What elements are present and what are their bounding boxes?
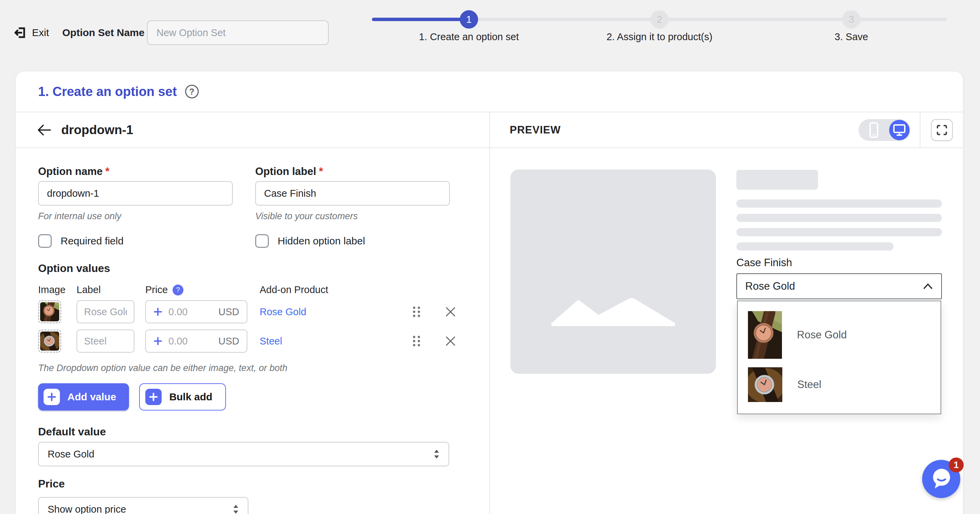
addon-product-link[interactable]: Rose Gold — [259, 306, 306, 318]
editor-subheader: dropdown-1 — [16, 112, 489, 148]
fullscreen-icon — [937, 124, 947, 135]
chevron-up-icon — [923, 283, 933, 289]
exit-button[interactable]: Exit — [14, 24, 49, 41]
mobile-preview-button[interactable] — [859, 122, 889, 138]
bulk-add-button[interactable]: Bulk add — [139, 383, 226, 411]
option-name-helper: For internal use only — [38, 211, 233, 221]
option-name-label: Option name* — [38, 165, 233, 178]
preview-header: PREVIEW — [490, 112, 963, 148]
mobile-icon — [869, 122, 878, 138]
col-label: Label — [76, 284, 145, 296]
default-value-heading: Default value — [38, 425, 106, 438]
skeleton-title-block — [737, 170, 818, 189]
rose-gold-watch-image — [40, 302, 59, 321]
skeleton-line — [737, 199, 942, 208]
plus-icon — [153, 307, 162, 316]
preview-dropdown-select[interactable]: Rose Gold — [737, 273, 942, 299]
step-label-2: 2. Assign it to product(s) — [606, 31, 712, 43]
help-icon[interactable]: ? — [185, 85, 199, 99]
card-heading: 1. Create an option set — [38, 84, 177, 99]
product-image-placeholder — [511, 170, 716, 374]
checkbox-icon — [38, 234, 52, 248]
main-card: 1. Create an option set ? dropdown-1 Opt… — [16, 72, 963, 514]
option-value-row: 0.00 USD Steel — [38, 329, 468, 353]
option-label-helper: Visible to your customers — [255, 211, 450, 221]
chat-bubble-icon — [930, 467, 953, 490]
required-asterisk: * — [105, 165, 109, 177]
option-label-input[interactable] — [255, 181, 450, 205]
option-title: dropdown-1 — [61, 123, 134, 137]
col-addon: Add-on Product — [259, 284, 468, 296]
back-button[interactable] — [37, 124, 51, 136]
option-value-row: 0.00 USD Rose Gold — [38, 300, 468, 323]
card-header: 1. Create an option set ? — [16, 72, 963, 112]
currency-label: USD — [218, 306, 239, 318]
value-label-input[interactable] — [76, 329, 134, 353]
checkbox-icon — [255, 234, 269, 248]
mountain-icon — [551, 298, 675, 326]
drag-handle-icon[interactable] — [412, 335, 421, 347]
col-image: Image — [38, 284, 76, 296]
skeleton-line — [737, 242, 894, 251]
preview-option-label: Case Finish — [737, 257, 792, 269]
editor-pane: dropdown-1 Option name* For internal use… — [16, 112, 490, 514]
option-label-field: Option label* Visible to your customers — [255, 165, 450, 221]
option-values-note: The Dropdown option value can be either … — [38, 363, 287, 373]
back-arrow-icon — [37, 124, 51, 136]
stepper-progress — [372, 18, 469, 21]
price-display-select[interactable]: Show option price — [38, 497, 248, 514]
step-circle-3[interactable]: 3 — [842, 10, 861, 29]
currency-label: USD — [218, 336, 239, 347]
step-circle-1[interactable]: 1 — [460, 10, 478, 29]
col-price: Price — [145, 284, 168, 296]
device-toggle — [859, 119, 910, 141]
updown-arrows-icon — [434, 449, 440, 459]
default-value-select[interactable]: Rose Gold — [38, 442, 449, 466]
step-label-3: 3. Save — [835, 31, 868, 43]
remove-value-icon[interactable] — [445, 306, 456, 318]
preview-pane: PREVIEW — [490, 112, 963, 514]
plus-square-icon — [145, 389, 162, 405]
option-set-name-label: Option Set Name — [62, 24, 145, 41]
option-name-input[interactable] — [38, 181, 233, 205]
skeleton-line — [737, 214, 942, 222]
steel-watch-image — [748, 367, 782, 402]
option-name-field: Option name* For internal use only — [38, 165, 233, 221]
remove-value-icon[interactable] — [445, 335, 456, 347]
plus-square-icon — [43, 389, 60, 405]
value-label-input[interactable] — [76, 300, 134, 323]
option-set-name-input[interactable] — [147, 21, 329, 45]
option-values-heading: Option values — [38, 262, 110, 275]
exit-label: Exit — [32, 27, 49, 38]
updown-arrows-icon — [233, 504, 239, 514]
drag-handle-icon[interactable] — [412, 306, 421, 318]
value-image-steel[interactable] — [38, 329, 61, 353]
value-price-input[interactable]: 0.00 USD — [145, 329, 247, 353]
addon-product-link[interactable]: Steel — [259, 336, 282, 347]
value-image-rose-gold[interactable] — [38, 300, 61, 323]
rose-gold-watch-image — [748, 311, 782, 359]
preview-title: PREVIEW — [510, 124, 561, 136]
price-help-icon[interactable]: ? — [172, 285, 183, 296]
plus-icon — [153, 337, 162, 345]
value-price-input[interactable]: 0.00 USD — [145, 300, 247, 323]
steel-watch-image — [40, 331, 59, 351]
hidden-option-label-checkbox[interactable]: Hidden option label — [255, 234, 450, 248]
fullscreen-button[interactable] — [931, 119, 953, 141]
desktop-icon — [893, 124, 906, 136]
step-label-1: 1. Create an option set — [419, 31, 519, 43]
add-value-button[interactable]: Add value — [38, 383, 129, 411]
dropdown-option-steel[interactable]: Steel — [748, 367, 940, 402]
header-divider — [920, 112, 920, 147]
chat-notification-badge: 1 — [949, 457, 964, 473]
desktop-preview-button[interactable] — [889, 120, 910, 140]
progress-stepper: 1 2 3 1. Create an option set 2. Assign … — [372, 0, 947, 54]
option-label-label: Option label* — [255, 165, 450, 178]
required-field-checkbox[interactable]: Required field — [38, 234, 233, 248]
option-values-column-headers: Image Label Price ? Add-on Product — [38, 284, 468, 296]
preview-dropdown-panel: Rose Gold — [737, 301, 941, 414]
dropdown-option-rose-gold[interactable]: Rose Gold — [748, 311, 940, 359]
price-section-heading: Price — [38, 477, 65, 490]
skeleton-line — [737, 228, 942, 236]
step-circle-2[interactable]: 2 — [650, 10, 669, 29]
